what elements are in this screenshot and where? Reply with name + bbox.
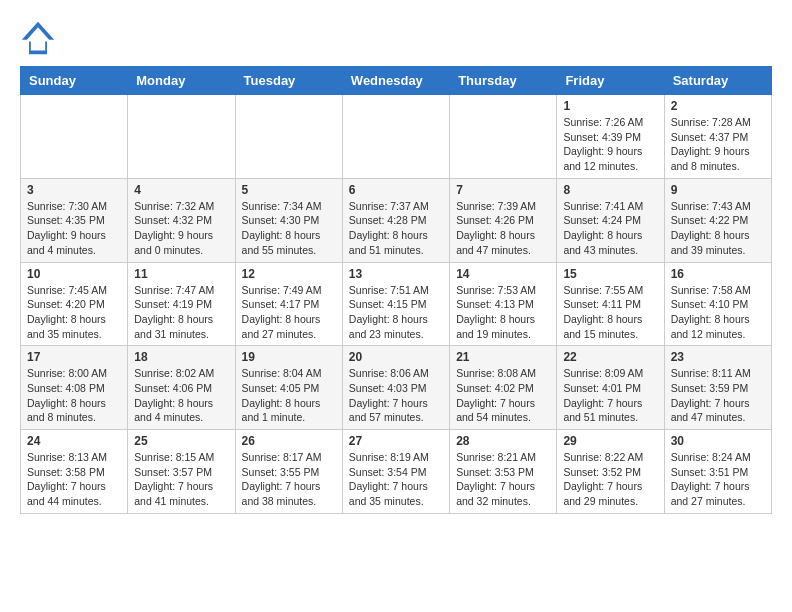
- day-info: Sunrise: 7:51 AM Sunset: 4:15 PM Dayligh…: [349, 283, 443, 342]
- header: [20, 20, 772, 56]
- day-number: 21: [456, 350, 550, 364]
- day-number: 4: [134, 183, 228, 197]
- calendar-cell: 24Sunrise: 8:13 AM Sunset: 3:58 PM Dayli…: [21, 430, 128, 514]
- calendar-cell: [21, 95, 128, 179]
- day-number: 16: [671, 267, 765, 281]
- day-info: Sunrise: 7:58 AM Sunset: 4:10 PM Dayligh…: [671, 283, 765, 342]
- calendar-cell: 27Sunrise: 8:19 AM Sunset: 3:54 PM Dayli…: [342, 430, 449, 514]
- calendar-week-1: 1Sunrise: 7:26 AM Sunset: 4:39 PM Daylig…: [21, 95, 772, 179]
- day-info: Sunrise: 8:22 AM Sunset: 3:52 PM Dayligh…: [563, 450, 657, 509]
- day-number: 25: [134, 434, 228, 448]
- calendar-cell: 5Sunrise: 7:34 AM Sunset: 4:30 PM Daylig…: [235, 178, 342, 262]
- calendar-cell: 12Sunrise: 7:49 AM Sunset: 4:17 PM Dayli…: [235, 262, 342, 346]
- day-number: 17: [27, 350, 121, 364]
- calendar-cell: 2Sunrise: 7:28 AM Sunset: 4:37 PM Daylig…: [664, 95, 771, 179]
- day-number: 7: [456, 183, 550, 197]
- calendar: SundayMondayTuesdayWednesdayThursdayFrid…: [20, 66, 772, 514]
- day-number: 27: [349, 434, 443, 448]
- weekday-header-sunday: Sunday: [21, 67, 128, 95]
- calendar-cell: 11Sunrise: 7:47 AM Sunset: 4:19 PM Dayli…: [128, 262, 235, 346]
- day-info: Sunrise: 8:15 AM Sunset: 3:57 PM Dayligh…: [134, 450, 228, 509]
- day-info: Sunrise: 7:49 AM Sunset: 4:17 PM Dayligh…: [242, 283, 336, 342]
- calendar-cell: [128, 95, 235, 179]
- weekday-header-thursday: Thursday: [450, 67, 557, 95]
- day-number: 5: [242, 183, 336, 197]
- day-info: Sunrise: 7:30 AM Sunset: 4:35 PM Dayligh…: [27, 199, 121, 258]
- calendar-cell: 18Sunrise: 8:02 AM Sunset: 4:06 PM Dayli…: [128, 346, 235, 430]
- calendar-cell: 17Sunrise: 8:00 AM Sunset: 4:08 PM Dayli…: [21, 346, 128, 430]
- calendar-cell: 7Sunrise: 7:39 AM Sunset: 4:26 PM Daylig…: [450, 178, 557, 262]
- day-info: Sunrise: 7:53 AM Sunset: 4:13 PM Dayligh…: [456, 283, 550, 342]
- day-info: Sunrise: 8:08 AM Sunset: 4:02 PM Dayligh…: [456, 366, 550, 425]
- logo: [20, 20, 60, 56]
- day-info: Sunrise: 8:09 AM Sunset: 4:01 PM Dayligh…: [563, 366, 657, 425]
- calendar-cell: 20Sunrise: 8:06 AM Sunset: 4:03 PM Dayli…: [342, 346, 449, 430]
- calendar-cell: 21Sunrise: 8:08 AM Sunset: 4:02 PM Dayli…: [450, 346, 557, 430]
- day-number: 15: [563, 267, 657, 281]
- day-number: 9: [671, 183, 765, 197]
- day-number: 26: [242, 434, 336, 448]
- calendar-cell: 26Sunrise: 8:17 AM Sunset: 3:55 PM Dayli…: [235, 430, 342, 514]
- calendar-cell: 23Sunrise: 8:11 AM Sunset: 3:59 PM Dayli…: [664, 346, 771, 430]
- calendar-cell: 13Sunrise: 7:51 AM Sunset: 4:15 PM Dayli…: [342, 262, 449, 346]
- day-number: 1: [563, 99, 657, 113]
- day-number: 29: [563, 434, 657, 448]
- calendar-cell: 22Sunrise: 8:09 AM Sunset: 4:01 PM Dayli…: [557, 346, 664, 430]
- day-number: 12: [242, 267, 336, 281]
- calendar-cell: 10Sunrise: 7:45 AM Sunset: 4:20 PM Dayli…: [21, 262, 128, 346]
- calendar-week-3: 10Sunrise: 7:45 AM Sunset: 4:20 PM Dayli…: [21, 262, 772, 346]
- calendar-cell: 19Sunrise: 8:04 AM Sunset: 4:05 PM Dayli…: [235, 346, 342, 430]
- day-number: 20: [349, 350, 443, 364]
- calendar-week-5: 24Sunrise: 8:13 AM Sunset: 3:58 PM Dayli…: [21, 430, 772, 514]
- day-info: Sunrise: 8:24 AM Sunset: 3:51 PM Dayligh…: [671, 450, 765, 509]
- day-number: 24: [27, 434, 121, 448]
- day-info: Sunrise: 7:26 AM Sunset: 4:39 PM Dayligh…: [563, 115, 657, 174]
- day-info: Sunrise: 7:45 AM Sunset: 4:20 PM Dayligh…: [27, 283, 121, 342]
- calendar-cell: 30Sunrise: 8:24 AM Sunset: 3:51 PM Dayli…: [664, 430, 771, 514]
- calendar-cell: [342, 95, 449, 179]
- calendar-cell: [450, 95, 557, 179]
- weekday-header-friday: Friday: [557, 67, 664, 95]
- calendar-cell: 15Sunrise: 7:55 AM Sunset: 4:11 PM Dayli…: [557, 262, 664, 346]
- day-number: 28: [456, 434, 550, 448]
- day-number: 3: [27, 183, 121, 197]
- day-info: Sunrise: 7:55 AM Sunset: 4:11 PM Dayligh…: [563, 283, 657, 342]
- day-number: 6: [349, 183, 443, 197]
- day-info: Sunrise: 8:11 AM Sunset: 3:59 PM Dayligh…: [671, 366, 765, 425]
- weekday-header-wednesday: Wednesday: [342, 67, 449, 95]
- day-number: 14: [456, 267, 550, 281]
- day-number: 13: [349, 267, 443, 281]
- calendar-cell: 9Sunrise: 7:43 AM Sunset: 4:22 PM Daylig…: [664, 178, 771, 262]
- day-number: 2: [671, 99, 765, 113]
- calendar-cell: 6Sunrise: 7:37 AM Sunset: 4:28 PM Daylig…: [342, 178, 449, 262]
- weekday-header-tuesday: Tuesday: [235, 67, 342, 95]
- calendar-week-2: 3Sunrise: 7:30 AM Sunset: 4:35 PM Daylig…: [21, 178, 772, 262]
- day-info: Sunrise: 7:41 AM Sunset: 4:24 PM Dayligh…: [563, 199, 657, 258]
- day-info: Sunrise: 7:47 AM Sunset: 4:19 PM Dayligh…: [134, 283, 228, 342]
- day-number: 30: [671, 434, 765, 448]
- calendar-cell: 16Sunrise: 7:58 AM Sunset: 4:10 PM Dayli…: [664, 262, 771, 346]
- calendar-week-4: 17Sunrise: 8:00 AM Sunset: 4:08 PM Dayli…: [21, 346, 772, 430]
- weekday-header-monday: Monday: [128, 67, 235, 95]
- day-number: 11: [134, 267, 228, 281]
- day-number: 22: [563, 350, 657, 364]
- calendar-cell: 4Sunrise: 7:32 AM Sunset: 4:32 PM Daylig…: [128, 178, 235, 262]
- day-number: 18: [134, 350, 228, 364]
- day-number: 23: [671, 350, 765, 364]
- logo-icon: [20, 20, 56, 56]
- calendar-cell: 29Sunrise: 8:22 AM Sunset: 3:52 PM Dayli…: [557, 430, 664, 514]
- day-info: Sunrise: 8:17 AM Sunset: 3:55 PM Dayligh…: [242, 450, 336, 509]
- day-info: Sunrise: 8:21 AM Sunset: 3:53 PM Dayligh…: [456, 450, 550, 509]
- calendar-cell: 8Sunrise: 7:41 AM Sunset: 4:24 PM Daylig…: [557, 178, 664, 262]
- day-info: Sunrise: 7:34 AM Sunset: 4:30 PM Dayligh…: [242, 199, 336, 258]
- calendar-cell: 14Sunrise: 7:53 AM Sunset: 4:13 PM Dayli…: [450, 262, 557, 346]
- day-info: Sunrise: 8:06 AM Sunset: 4:03 PM Dayligh…: [349, 366, 443, 425]
- day-info: Sunrise: 8:04 AM Sunset: 4:05 PM Dayligh…: [242, 366, 336, 425]
- weekday-header-row: SundayMondayTuesdayWednesdayThursdayFrid…: [21, 67, 772, 95]
- day-info: Sunrise: 7:43 AM Sunset: 4:22 PM Dayligh…: [671, 199, 765, 258]
- calendar-cell: 3Sunrise: 7:30 AM Sunset: 4:35 PM Daylig…: [21, 178, 128, 262]
- day-number: 8: [563, 183, 657, 197]
- calendar-cell: [235, 95, 342, 179]
- day-info: Sunrise: 7:37 AM Sunset: 4:28 PM Dayligh…: [349, 199, 443, 258]
- day-info: Sunrise: 8:13 AM Sunset: 3:58 PM Dayligh…: [27, 450, 121, 509]
